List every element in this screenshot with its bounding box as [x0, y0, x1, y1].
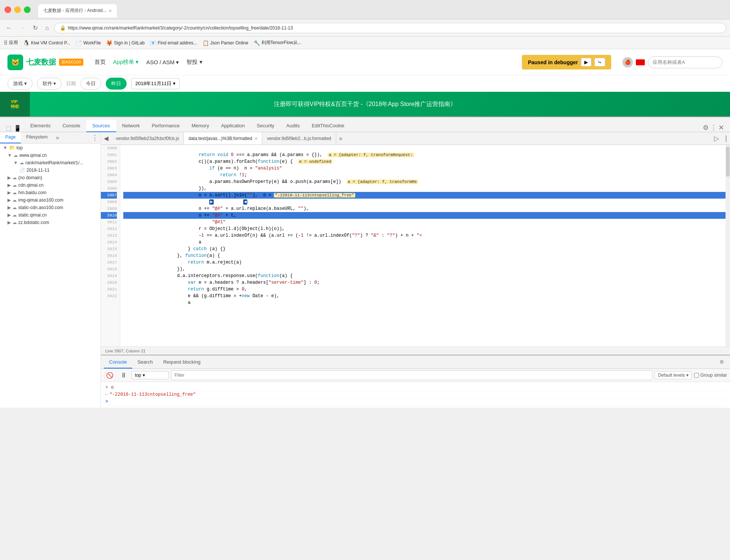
- tab-close-icon[interactable]: ×: [109, 8, 112, 14]
- console-cursor-input[interactable]: [109, 399, 184, 404]
- bookmark-json[interactable]: 📋 Json Parser Online: [202, 40, 248, 46]
- tree-item-top[interactable]: ▼ 📁 top: [0, 144, 100, 152]
- tab-console[interactable]: Console: [56, 120, 86, 132]
- device-toggle-icon[interactable]: 📱: [14, 125, 21, 132]
- console-tab-request-blocking[interactable]: Request blocking: [158, 356, 206, 368]
- bookmark-tensorflow[interactable]: 🔧 利用TensorFlow从...: [254, 40, 301, 46]
- tree-item-static-qimai[interactable]: ▶ ☁ static.qimai.cn: [0, 211, 100, 219]
- devtools-settings-icon[interactable]: ⚙: [703, 124, 709, 132]
- tree-item-nodomain[interactable]: ▶ ☁ (no domain): [0, 174, 100, 181]
- reload-button[interactable]: ↻: [31, 23, 40, 33]
- console-settings-icon[interactable]: ⚙: [717, 359, 727, 365]
- console-clear-button[interactable]: 🚫: [104, 371, 116, 380]
- tab-elements[interactable]: Elements: [24, 120, 56, 132]
- tree-item-cdn-qimai[interactable]: ▶ ☁ cdn.qimai.cn: [0, 181, 100, 189]
- bookmark-kiwi[interactable]: 🐧 Kiwi VM Control P...: [23, 40, 70, 46]
- src-tab-filesystem[interactable]: Filesystem: [21, 132, 53, 143]
- today-button[interactable]: 今日: [80, 78, 101, 90]
- tree-item-rank[interactable]: ▼ ☁ rank/marketRank/market/1/...: [0, 159, 100, 167]
- tree-item-bdstatic[interactable]: ▶ ☁ zz.bdstatic.com: [0, 219, 100, 226]
- apple-icon: 🍎: [622, 57, 633, 68]
- console-tab-console[interactable]: Console: [104, 356, 132, 368]
- subnav-games[interactable]: 游戏 ▾: [7, 78, 33, 90]
- back-button[interactable]: ←: [4, 23, 14, 33]
- bookmark-label: Json Parser Online: [210, 40, 248, 46]
- tab-security[interactable]: Security: [251, 120, 280, 132]
- nav-zhitou[interactable]: 智投 ▾: [186, 59, 202, 66]
- nav-aso[interactable]: ASO / ASM ▾: [146, 59, 179, 66]
- console-tabs: Console Search Request blocking ⚙: [101, 355, 730, 369]
- devtools: ⬚ 📱 Elements Console Sources Network Per…: [0, 116, 730, 408]
- code-panel-toggle-icon[interactable]: ▷: [711, 134, 722, 143]
- tree-item-baidu[interactable]: ▶ ☁ hm.baidu.com: [0, 189, 100, 196]
- tab-editthiscookie[interactable]: EditThisCookie: [306, 120, 350, 132]
- code-tab-prev-icon[interactable]: ◀: [101, 135, 111, 142]
- devtools-tabbar: ⬚ 📱 Elements Console Sources Network Per…: [0, 117, 730, 132]
- home-button[interactable]: ⌂: [43, 23, 51, 33]
- tab-application[interactable]: Application: [215, 120, 251, 132]
- nav-app-rank[interactable]: App榜单 ▾: [113, 59, 139, 66]
- tab-network[interactable]: Network: [116, 120, 146, 132]
- tab-sources[interactable]: Sources: [86, 120, 116, 132]
- logo-cat-icon: 🐱: [7, 55, 23, 70]
- code-tab-vendor2[interactable]: vendor.9d5f9eb2...b.js:formatted: [262, 132, 336, 145]
- maximize-window-button[interactable]: [24, 6, 31, 13]
- src-tab-page[interactable]: Page: [0, 132, 21, 143]
- expand-icon: ▶: [7, 205, 11, 210]
- devtools-close-icon[interactable]: ✕: [718, 124, 724, 132]
- minimize-window-button[interactable]: [14, 6, 21, 13]
- tree-item-static-cdn[interactable]: ▶ ☁ static-cdn.aso100.com: [0, 204, 100, 211]
- bookmark-label: Sign in | GitLab: [114, 40, 145, 46]
- date-picker[interactable]: 2018年11月11日 ▾: [131, 78, 179, 89]
- subnav-software[interactable]: 软件 ▾: [37, 78, 62, 90]
- code-tab-vendor1[interactable]: vendor.9d5f9eb23a2fcbcf0fcb.js: [111, 132, 184, 145]
- tab-performance[interactable]: Performance: [146, 120, 185, 132]
- nav-home[interactable]: 首页: [95, 59, 106, 66]
- default-levels-dropdown[interactable]: Default levels ▾: [655, 371, 692, 379]
- bookmark-gitlab[interactable]: 🦊 Sign in | GitLab: [106, 40, 145, 46]
- inspect-element-icon[interactable]: ⬚: [6, 125, 12, 132]
- sources-sidebar: Page Filesystem » ⋮ ▼ 📁 top ▼ ☁ www.qima…: [0, 132, 101, 408]
- yesterday-button[interactable]: 昨日: [106, 78, 127, 90]
- sources-sidebar-menu-icon[interactable]: ⋮: [89, 132, 100, 143]
- code-scrollbar[interactable]: [726, 145, 730, 346]
- site-search-input[interactable]: [648, 56, 723, 68]
- expand-icon: ▶: [7, 175, 11, 180]
- close-window-button[interactable]: [4, 6, 11, 13]
- code-scrollbar-thumb[interactable]: [726, 147, 730, 177]
- expand-icon: ▼: [3, 145, 7, 150]
- tab-memory[interactable]: Memory: [186, 120, 215, 132]
- bookmark-label: WorkFile: [83, 40, 101, 46]
- bookmark-apps[interactable]: ⠿ 应用: [4, 40, 18, 46]
- kiwi-icon: 🐧: [23, 40, 30, 46]
- code-tab-close-icon[interactable]: ×: [254, 136, 257, 141]
- resume-button[interactable]: ▶: [581, 58, 591, 66]
- json-icon: 📋: [202, 40, 209, 46]
- console-pause-button[interactable]: ⏸: [118, 371, 129, 380]
- tab-audits[interactable]: Audits: [280, 120, 306, 132]
- address-bar[interactable]: 🔒 https://www.qimai.cn/rank/marketRank/m…: [54, 23, 726, 33]
- address-text: https://www.qimai.cn/rank/marketRank/mar…: [68, 25, 293, 31]
- tree-label-date: 2018-11-11: [27, 168, 49, 173]
- console-filter-input[interactable]: [171, 370, 652, 380]
- folder-icon: 📁: [9, 145, 15, 150]
- devtools-overflow-icon[interactable]: ⋮: [710, 124, 717, 132]
- tree-item-date[interactable]: 📄 2018-11-11: [0, 167, 100, 174]
- browser-tab-active[interactable]: 七麦数据 - 应用排行 - Android... ×: [38, 4, 117, 18]
- console-string-value: "-22018-11-113cntopselling_free": [109, 392, 195, 397]
- code-tab-data[interactable]: data:text/javas...)%3B:formatted ×: [184, 132, 262, 145]
- bookmark-email[interactable]: 📧 Find email addres...: [150, 40, 197, 46]
- tree-item-qimai[interactable]: ▼ ☁ www.qimai.cn: [0, 152, 100, 159]
- tree-item-img-qimai[interactable]: ▶ ☁ img-qimai.aso100.com: [0, 196, 100, 204]
- bookmark-workfile[interactable]: 📄 WorkFile: [75, 40, 101, 46]
- step-over-button[interactable]: ⤷: [594, 58, 605, 66]
- console-tab-search[interactable]: Search: [132, 356, 158, 368]
- console-context-selector[interactable]: top ▾: [132, 371, 169, 379]
- src-tab-more[interactable]: »: [53, 132, 62, 143]
- group-similar-checkbox[interactable]: [694, 373, 699, 378]
- vip-banner-image: VIP特权: [0, 92, 30, 116]
- forward-button[interactable]: →: [17, 23, 28, 33]
- code-panel-close-icon[interactable]: |: [722, 134, 730, 142]
- code-tab-more-icon[interactable]: »: [336, 135, 346, 142]
- code-area: ◀ vendor.9d5f9eb23a2fcbcf0fcb.js data:te…: [101, 132, 730, 408]
